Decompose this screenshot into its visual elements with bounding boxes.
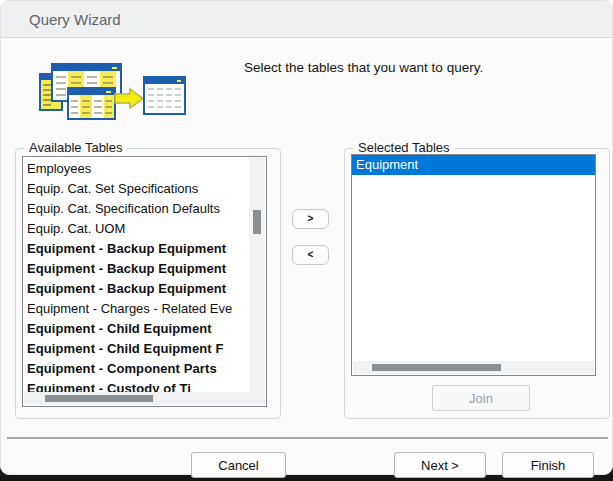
dialog-titlebar[interactable]: Query Wizard (1, 1, 612, 38)
horizontal-scrollbar-thumb[interactable] (45, 395, 153, 402)
available-tables-rows: EmployeesEquip. Cat. Set SpecificationsE… (23, 159, 249, 392)
query-wizard-dialog: Query Wizard (0, 0, 613, 475)
list-item[interactable]: Equip. Cat. UOM (23, 219, 249, 239)
list-item[interactable]: Employees (23, 159, 249, 179)
list-item[interactable]: Equipment - Charges - Related Eve (23, 299, 249, 319)
next-button[interactable]: Next > (394, 452, 486, 478)
horizontal-scrollbar-thumb[interactable] (372, 364, 501, 371)
list-item[interactable]: Equipment - Backup Equipment (23, 239, 249, 259)
list-item[interactable]: Equipment - Backup Equipment (23, 259, 249, 279)
list-item[interactable]: Equipment - Backup Equipment (23, 279, 249, 299)
horizontal-scrollbar[interactable] (24, 392, 265, 405)
selected-tables-list[interactable]: Equipment (351, 154, 596, 376)
list-item[interactable]: Equipment - Custody of Ti (23, 379, 249, 392)
finish-button[interactable]: Finish (502, 452, 594, 478)
screen: Query Wizard (0, 0, 613, 481)
list-item[interactable]: Equip. Cat. Specification Defaults (23, 199, 249, 219)
join-button[interactable]: Join (432, 385, 530, 411)
source-table-icon-front (68, 88, 115, 119)
selected-tables-rows: Equipment (352, 155, 595, 361)
result-table-icon (144, 77, 185, 114)
move-right-button[interactable]: > (292, 209, 329, 229)
instruction-text: Select the tables that you want to query… (244, 60, 483, 75)
cancel-button[interactable]: Cancel (191, 452, 286, 478)
list-item[interactable]: Equipment - Child Equipment F (23, 339, 249, 359)
vertical-scrollbar-thumb[interactable] (253, 210, 261, 234)
available-tables-group: Available Tables EmployeesEquip. Cat. Se… (15, 148, 281, 419)
dialog-title: Query Wizard (29, 11, 121, 28)
available-tables-list[interactable]: EmployeesEquip. Cat. Set SpecificationsE… (22, 156, 267, 407)
list-item[interactable]: Equipment - Component Parts (23, 359, 249, 379)
list-item[interactable]: Equip. Cat. Set Specifications (23, 179, 249, 199)
selected-tables-group: Selected Tables Equipment Join (344, 148, 610, 419)
footer-separator (7, 437, 608, 439)
query-tables-icon (38, 61, 186, 123)
available-tables-label: Available Tables (24, 140, 127, 156)
list-item[interactable]: Equipment (352, 155, 595, 175)
move-left-button[interactable]: < (292, 245, 329, 265)
vertical-scrollbar[interactable] (249, 158, 265, 392)
horizontal-scrollbar[interactable] (353, 361, 594, 374)
list-item[interactable]: Equipment - Child Equipment (23, 319, 249, 339)
